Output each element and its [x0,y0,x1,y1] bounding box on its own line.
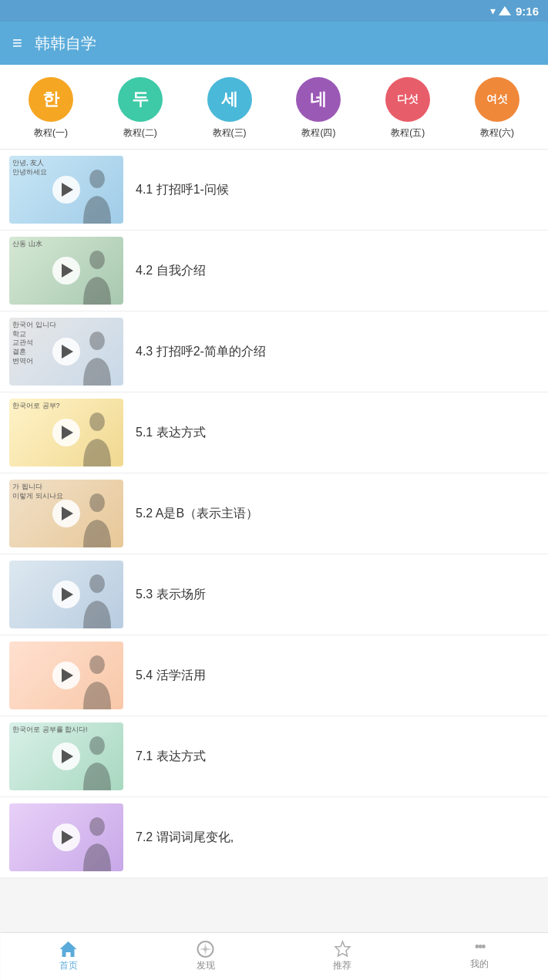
status-icons: ▾ [490,5,511,17]
category-item-2[interactable]: 두 教程(二) [118,77,163,140]
category-circle-1: 한 [29,77,73,122]
person-silhouette-icon [77,168,117,224]
person-silhouette-icon [77,735,117,790]
video-thumbnail-8: 한국어로 공부를 합시다! [9,722,123,790]
video-thumbnail-3: 한국어 입니다학교교관석결혼변역어 [9,318,123,386]
video-thumbnail-5: 가 됩니다이렇게 되시나요 [9,480,123,547]
status-bar: ▾ 9:16 [0,0,548,22]
video-thumbnail-2: 산동 山水 [9,237,123,305]
video-list: 안녕, 友人안녕하세요 4.1 打招呼1-问候 산동 山水 4.2 自我介绍 한… [0,150,548,878]
category-circle-6: 여섯 [475,77,519,122]
category-item-1[interactable]: 한 教程(一) [29,77,73,140]
category-circle-5: 다섯 [385,77,430,122]
category-label-1: 教程(一) [34,126,68,140]
category-circle-4: 네 [296,77,341,122]
signal-strength-icon [499,6,511,15]
category-item-4[interactable]: 네 教程(四) [296,77,341,140]
video-thumbnail-9 [9,803,123,871]
list-item[interactable]: 산동 山水 4.2 自我介绍 [0,231,548,312]
video-title-5: 5.2 A是B（表示主语） [123,505,539,522]
video-title-6: 5.3 表示场所 [123,586,539,603]
video-title-8: 7.1 表达方式 [123,748,539,765]
category-label-3: 教程(三) [213,126,247,140]
svg-marker-0 [499,6,511,15]
app-title: 韩韩自学 [35,33,96,54]
svg-point-7 [89,655,105,674]
person-silhouette-icon [77,330,117,386]
svg-point-3 [89,332,105,350]
category-circle-3: 세 [207,77,252,122]
category-label-6: 教程(六) [480,126,514,140]
list-item[interactable]: 7.2 谓词词尾变化, [0,797,548,878]
list-item[interactable]: 안녕, 友人안녕하세요 4.1 打招呼1-问候 [0,150,548,231]
play-button-8[interactable] [52,743,80,770]
video-thumbnail-4: 한국어로 공부? [9,399,123,466]
svg-point-9 [89,817,105,836]
video-thumbnail-7 [9,642,123,709]
video-thumbnail-1: 안녕, 友人안녕하세요 [9,156,123,224]
play-button-3[interactable] [52,338,80,365]
list-item[interactable]: 한국어로 공부를 합시다! 7.1 表达方式 [0,716,548,797]
list-item[interactable]: 가 됩니다이렇게 되시나요 5.2 A是B（表示主语） [0,473,548,554]
play-button-2[interactable] [52,257,80,285]
category-item-5[interactable]: 다섯 教程(五) [385,77,430,140]
list-item[interactable]: 한국어로 공부? 5.1 表达方式 [0,392,548,473]
category-label-2: 教程(二) [123,126,157,140]
status-time: 9:16 [516,5,539,18]
play-button-6[interactable] [52,581,80,608]
svg-point-8 [89,736,105,755]
video-title-7: 5.4 活学活用 [123,667,539,684]
svg-point-5 [89,493,105,512]
person-silhouette-icon [77,573,117,628]
video-title-1: 4.1 打招呼1-问候 [123,181,539,198]
video-title-2: 4.2 自我介绍 [123,262,539,279]
category-bar: 한 教程(一) 두 教程(二) 세 教程(三) 네 教程(四) 다섯 教程(五)… [0,65,548,150]
play-button-1[interactable] [52,176,80,204]
play-button-4[interactable] [52,419,80,446]
person-silhouette-icon [77,654,117,709]
svg-point-1 [89,170,105,188]
category-circle-2: 두 [118,77,163,122]
list-item[interactable]: 한국어 입니다학교교관석결혼변역어 4.3 打招呼2-简单的介绍 [0,312,548,392]
video-title-4: 5.1 表达方式 [123,424,539,441]
play-button-7[interactable] [52,662,80,689]
video-thumbnail-6 [9,561,123,628]
play-button-5[interactable] [52,500,80,527]
video-title-9: 7.2 谓词词尾变化, [123,829,539,846]
person-silhouette-icon [77,249,117,305]
person-silhouette-icon [77,492,117,547]
video-title-3: 4.3 打招呼2-简单的介绍 [123,343,539,360]
category-label-4: 教程(四) [301,126,335,140]
content-scroll: 한 教程(一) 두 教程(二) 세 教程(三) 네 教程(四) 다섯 教程(五)… [0,65,548,932]
category-label-5: 教程(五) [391,126,425,140]
wifi-icon: ▾ [490,5,496,17]
app-header: ≡ 韩韩自学 [0,22,548,65]
list-item[interactable]: 5.3 表示场所 [0,554,548,635]
svg-point-4 [89,413,105,431]
person-silhouette-icon [77,411,117,466]
category-item-6[interactable]: 여섯 教程(六) [475,77,519,140]
list-item[interactable]: 5.4 活学活用 [0,635,548,716]
category-item-3[interactable]: 세 教程(三) [207,77,252,140]
menu-button[interactable]: ≡ [12,33,22,53]
svg-point-2 [89,251,105,269]
person-silhouette-icon [77,816,117,871]
play-button-9[interactable] [52,823,80,851]
svg-point-6 [89,574,105,593]
